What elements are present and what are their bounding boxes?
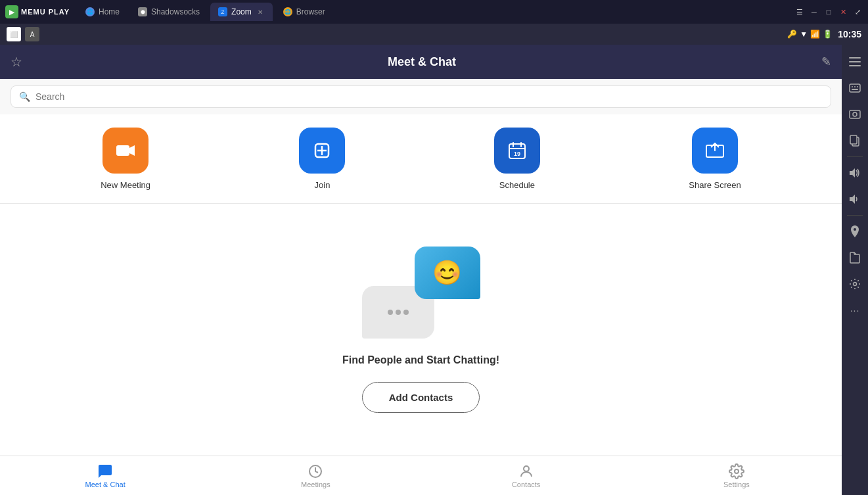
share-screen-button[interactable]: Share Screen [689,128,741,190]
schedule-label: Schedule [499,180,535,190]
sidebar-screenshot-button[interactable] [843,103,867,126]
sys-dark-icon: A [25,27,39,41]
svg-marker-27 [850,168,855,177]
shadowsocks-tab-icon: ⬢ [138,7,147,16]
home-tab-icon: 🌐 [85,7,95,16]
tab-browser[interactable]: 🌐 Browser [275,3,333,21]
tab-zoom-label: Zoom [231,7,252,16]
sidebar-location-button[interactable] [843,220,867,243]
actions-row: New Meeting Join [0,114,842,204]
zoom-tab-icon: Z [218,7,227,16]
system-bar-right: 🔑 ▼ 📶 🔋 10:35 [787,29,861,39]
right-sidebar: ··· [842,45,868,495]
title-bar-left: ▶ MEMU PLAY 🌐 Home ⬢ Shadowsocks Z Zoom … [5,3,333,21]
svg-point-14 [735,469,739,473]
new-meeting-icon [103,128,148,174]
sys-white-icon: ⬜ [7,27,21,41]
nav-contacts[interactable]: Contacts [421,456,631,495]
edit-icon[interactable]: ✎ [821,55,831,69]
join-icon [299,128,345,174]
schedule-button[interactable]: 19 Schedule [494,128,540,190]
settings-nav-icon [729,463,744,479]
favorite-icon[interactable]: ☆ [11,54,22,70]
sidebar-keyboard-button[interactable] [843,76,867,100]
sidebar-divider-1 [847,156,863,157]
svg-rect-0 [116,145,129,156]
add-contacts-button[interactable]: Add Contacts [362,382,480,413]
bottom-nav: Meet & Chat Meetings Contacts [0,456,842,495]
join-label: Join [315,180,331,190]
maximize-button[interactable]: □ [823,7,834,17]
svg-point-29 [854,228,856,231]
memu-logo-text: MEMU PLAY [21,8,70,16]
search-icon: 🔍 [19,91,30,102]
meetings-nav-icon [308,463,323,479]
svg-marker-28 [850,195,855,204]
app-title: Meet & Chat [22,55,821,69]
win-controls: ☰ ─ □ ✕ ⤢ [794,7,863,17]
memu-logo: ▶ MEMU PLAY [5,5,70,18]
wifi-icon: ▼ [800,30,808,39]
sidebar-copy-button[interactable] [843,129,867,153]
close-button[interactable]: ✕ [838,7,848,17]
expand-icon[interactable]: ⤢ [852,7,863,17]
sidebar-volume-down-button[interactable] [843,187,867,211]
new-meeting-button[interactable]: New Meeting [101,128,150,190]
tab-browser-label: Browser [296,7,325,16]
tab-zoom-close[interactable]: ✕ [256,7,265,16]
browser-tab-icon: 🌐 [283,7,292,16]
search-input-wrapper: 🔍 [11,85,831,108]
sidebar-volume-up-button[interactable] [843,161,867,185]
svg-point-24 [853,112,857,116]
svg-point-13 [524,466,529,471]
chat-dot-3 [403,310,409,315]
app-header: ☆ Meet & Chat ✎ [0,45,842,79]
status-icons: 🔑 ▼ 📶 🔋 [787,30,833,39]
share-screen-label: Share Screen [689,180,741,190]
nav-meetings[interactable]: Meetings [210,456,421,495]
meet-chat-nav-icon [97,463,113,479]
svg-point-32 [854,283,857,286]
sidebar-divider-2 [847,215,863,216]
sidebar-files-button[interactable] [843,246,867,270]
nav-meet-chat-label: Meet & Chat [85,481,126,488]
schedule-icon: 19 [494,128,540,174]
battery-icon: 🔋 [823,30,833,39]
tab-home[interactable]: 🌐 Home [78,3,127,21]
menu-icon[interactable]: ☰ [794,7,805,17]
nav-contacts-label: Contacts [512,481,540,488]
share-screen-icon [692,128,738,174]
svg-rect-18 [850,84,860,92]
chat-empty-title: Find People and Start Chatting! [342,354,499,366]
contacts-nav-icon [518,463,534,479]
new-meeting-label: New Meeting [101,180,150,190]
sidebar-menu-button[interactable] [843,50,867,74]
join-button[interactable]: Join [299,128,345,190]
main-container: ☆ Meet & Chat ✎ 🔍 New Meeting [0,45,868,495]
tab-zoom[interactable]: Z Zoom ✕ [210,3,273,21]
minimize-button[interactable]: ─ [809,7,819,17]
svg-rect-17 [849,65,861,66]
search-bar: 🔍 [0,79,842,114]
nav-settings[interactable]: Settings [631,456,842,495]
key-icon: 🔑 [787,30,797,39]
chat-dot-1 [388,310,393,315]
svg-rect-15 [849,57,861,59]
sidebar-settings-button[interactable] [843,272,867,296]
memu-logo-icon: ▶ [5,5,18,18]
tab-shadowsocks[interactable]: ⬢ Shadowsocks [130,3,208,21]
nav-meet-chat[interactable]: Meet & Chat [0,456,210,495]
system-bar: ⬜ A 🔑 ▼ 📶 🔋 10:35 [0,24,868,45]
signal-icon: 📶 [810,30,820,39]
chat-dot-2 [396,310,401,315]
title-bar: ▶ MEMU PLAY 🌐 Home ⬢ Shadowsocks Z Zoom … [0,0,868,24]
sidebar-more-button[interactable]: ··· [843,298,867,322]
chat-bubble-blue: 😊 [415,247,480,299]
tab-home-label: Home [99,7,120,16]
svg-marker-1 [129,145,135,156]
system-time: 10:35 [838,29,861,39]
search-input[interactable] [35,91,823,102]
tab-shadowsocks-label: Shadowsocks [151,7,200,16]
svg-rect-16 [849,61,861,62]
system-bar-left: ⬜ A [7,27,39,41]
